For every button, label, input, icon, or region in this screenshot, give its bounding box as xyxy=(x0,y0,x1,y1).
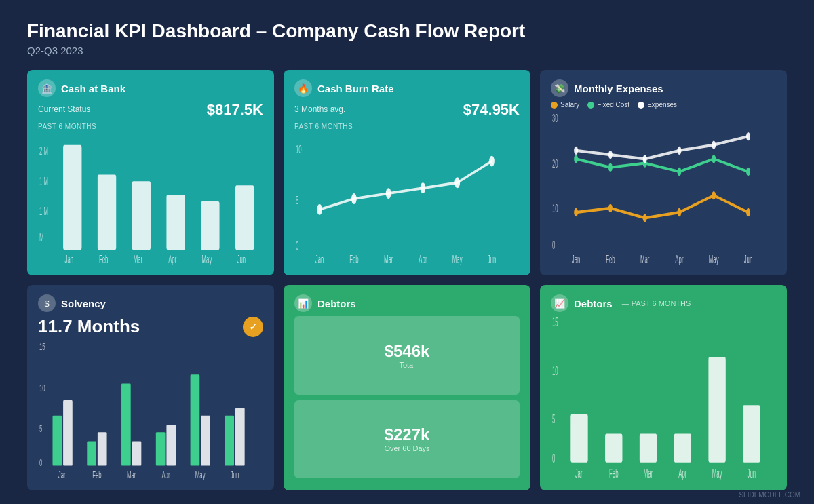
svg-point-52 xyxy=(746,132,750,140)
svg-point-40 xyxy=(746,208,750,216)
svg-rect-86 xyxy=(605,434,622,463)
svg-text:0: 0 xyxy=(296,240,298,252)
debtors-chart-subtitle: — PAST 6 MONTHS xyxy=(622,299,691,307)
svg-rect-67 xyxy=(121,384,131,466)
svg-text:10: 10 xyxy=(552,364,558,377)
svg-point-50 xyxy=(678,147,682,155)
svg-rect-66 xyxy=(98,432,107,465)
dollar-icon: $ xyxy=(38,294,56,312)
svg-text:Apr: Apr xyxy=(419,254,427,266)
monthly-expenses-card: 💸 Monthly Expenses Salary Fixed Cost Exp… xyxy=(540,70,787,275)
solvency-value-row: 11.7 Months ✓ xyxy=(38,316,263,337)
svg-point-44 xyxy=(678,168,682,176)
monthly-expenses-title: Monthly Expenses xyxy=(574,83,663,94)
svg-point-22 xyxy=(421,182,426,193)
svg-text:Jan: Jan xyxy=(572,252,581,265)
salary-dot xyxy=(551,102,558,109)
svg-rect-7 xyxy=(166,195,185,250)
svg-rect-85 xyxy=(570,414,587,463)
svg-point-35 xyxy=(574,208,578,216)
fixed-cost-label: Fixed Cost xyxy=(597,101,629,109)
svg-text:10: 10 xyxy=(552,202,558,215)
monthly-expenses-svg: 30 20 10 0 xyxy=(551,114,776,269)
header: Financial KPI Dashboard – Company Cash F… xyxy=(27,20,787,56)
svg-text:0: 0 xyxy=(39,457,43,469)
svg-text:Jan: Jan xyxy=(65,254,74,266)
svg-text:May: May xyxy=(712,467,722,480)
expenses-legend: Salary Fixed Cost Expenses xyxy=(551,101,776,109)
svg-text:May: May xyxy=(452,254,463,266)
cash-burn-svg: 10 5 0 Jan Feb Mar Apr May Jun xyxy=(294,134,520,269)
debtors-over60-amount: $227k xyxy=(385,425,430,444)
svg-point-51 xyxy=(712,140,716,149)
svg-rect-71 xyxy=(191,374,200,465)
debtors-kpi-card: 📊 Debtors $546k Total $227k Over 60 Days xyxy=(284,285,530,490)
svg-rect-68 xyxy=(132,442,142,466)
svg-text:Mar: Mar xyxy=(127,469,136,482)
cash-burn-rate-value-row: 3 Months avg. $74.95K xyxy=(294,101,520,119)
svg-text:Apr: Apr xyxy=(161,469,170,482)
debtors-chart-svg: 15 10 5 0 Jan Feb Mar Apr May Jun xyxy=(551,317,776,484)
debtors-chart-card: 📈 Debtors — PAST 6 MONTHS 15 10 5 0 Jan … xyxy=(540,285,787,490)
cash-burn-section: PAST 6 MONTHS xyxy=(294,123,520,130)
legend-fixed-cost: Fixed Cost xyxy=(587,101,629,109)
svg-point-41 xyxy=(574,155,578,163)
watermark: SLIDEMODEL.COM xyxy=(739,491,800,499)
cash-at-bank-card: 🏦 Cash at Bank Current Status $817.5K PA… xyxy=(27,70,274,275)
svg-text:0: 0 xyxy=(552,239,555,252)
svg-text:Jan: Jan xyxy=(315,254,324,266)
cash-at-bank-section: PAST 6 MONTHS xyxy=(38,123,263,130)
svg-text:Mar: Mar xyxy=(384,254,393,266)
svg-text:Feb: Feb xyxy=(609,467,619,480)
cash-at-bank-subtitle: Current Status xyxy=(38,104,90,114)
svg-point-23 xyxy=(454,177,460,188)
svg-text:0: 0 xyxy=(552,452,556,465)
fire-icon: 🔥 xyxy=(294,79,312,97)
dashboard-grid: 🏦 Cash at Bank Current Status $817.5K PA… xyxy=(27,70,787,490)
svg-rect-5 xyxy=(98,174,116,250)
svg-point-47 xyxy=(574,147,578,155)
monthly-expenses-chart: 30 20 10 0 xyxy=(551,114,776,269)
svg-text:30: 30 xyxy=(552,114,558,125)
svg-rect-70 xyxy=(166,425,176,466)
svg-text:20: 20 xyxy=(552,157,558,170)
solvency-check-icon: ✓ xyxy=(243,317,263,337)
svg-point-45 xyxy=(712,155,716,163)
svg-text:Mar: Mar xyxy=(644,467,653,480)
svg-text:Jun: Jun xyxy=(231,469,239,482)
svg-text:Jun: Jun xyxy=(488,254,497,266)
svg-text:May: May xyxy=(195,469,206,482)
svg-point-24 xyxy=(489,156,495,167)
salary-label: Salary xyxy=(560,101,579,109)
svg-point-21 xyxy=(386,188,391,199)
svg-point-36 xyxy=(608,204,613,212)
svg-point-48 xyxy=(608,151,613,159)
svg-text:10: 10 xyxy=(39,382,45,394)
svg-text:5: 5 xyxy=(296,195,298,207)
svg-rect-74 xyxy=(235,408,245,465)
svg-text:5: 5 xyxy=(552,412,556,425)
svg-point-19 xyxy=(317,204,322,215)
expenses-dot xyxy=(638,102,644,109)
solvency-title: Solvency xyxy=(61,298,106,309)
cash-burn-rate-card: 🔥 Cash Burn Rate 3 Months avg. $74.95K P… xyxy=(284,70,530,275)
svg-rect-4 xyxy=(63,145,81,250)
svg-rect-8 xyxy=(201,201,219,250)
cash-at-bank-svg: 2 M 1 M 1 M M Jan Feb Mar Apr May Jun xyxy=(38,134,263,269)
svg-rect-87 xyxy=(640,434,657,463)
bank-icon: 🏦 xyxy=(38,79,56,97)
cash-burn-chart: 10 5 0 Jan Feb Mar Apr May Jun xyxy=(294,134,520,269)
svg-point-49 xyxy=(643,155,647,163)
svg-point-39 xyxy=(712,191,716,199)
svg-rect-65 xyxy=(87,442,96,466)
svg-text:Mar: Mar xyxy=(640,252,650,265)
debtors-total-label: Total xyxy=(399,361,414,369)
debtors-over60-box: $227k Over 60 Days xyxy=(294,400,520,479)
solvency-chart: 15 10 5 0 xyxy=(38,343,263,484)
expenses-label: Expenses xyxy=(647,101,677,109)
svg-rect-72 xyxy=(201,416,210,466)
solvency-svg: 15 10 5 0 xyxy=(38,343,263,484)
monthly-expenses-header: 💸 Monthly Expenses xyxy=(551,79,776,97)
svg-text:Mar: Mar xyxy=(134,254,142,266)
expenses-icon: 💸 xyxy=(551,79,568,97)
